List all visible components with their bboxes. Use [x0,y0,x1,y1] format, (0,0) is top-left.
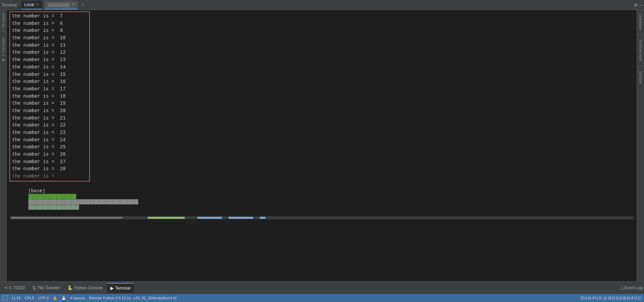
status-line-ending[interactable]: CRLF [25,296,35,300]
sidebar-remote-host[interactable]: Remote Host [639,37,643,64]
lock-icon: 🔒 [53,296,57,300]
bottom-toolbar: ≡ 6: TODO ⇅ File Transfer 🐍 Python Conso… [0,281,644,294]
terminal-line: the number is = 28 [10,165,89,173]
main-area: 7: Structure ★ 2: Favorites the number i… [0,10,644,281]
terminal-line: the number is = 24 [10,137,89,144]
sidebar-database[interactable]: Database [639,11,643,33]
settings-icon[interactable]: ⚙ [634,2,637,8]
tab-unnamed-close[interactable]: ✕ [71,2,74,7]
terminal-line: the number is = 7 [10,13,89,20]
tab-local[interactable]: Local ✕ [21,1,43,9]
sidebar-sciview[interactable]: SciView [639,68,643,87]
add-tab-button[interactable]: + [80,2,86,8]
status-encoding[interactable]: UTF-8 [38,296,49,300]
sidebar-favorites[interactable]: ★ 2: Favorites [1,35,6,65]
terminal-line: the number is = 11 [10,42,89,49]
left-sidebar: 7: Structure ★ 2: Favorites [0,10,7,281]
terminal-line: the number is = 10 [10,35,89,42]
terminal-line: the number is = 16 [10,78,89,86]
file-transfer-icon: ⇅ [32,285,36,290]
event-log-label[interactable]: △ Event Log [621,286,643,290]
status-indent[interactable]: 4 spaces [70,296,85,300]
terminal-scrollbar[interactable] [9,216,634,220]
terminal-line: the number is = [10,173,89,180]
terminal-line: the number is = 18 [10,93,89,100]
scrollbar-track[interactable] [11,217,633,219]
terminal-line: the number is = 9 [10,27,89,35]
top-bar-icons: ⚙ — [634,2,643,8]
todo-icon: ≡ [5,285,7,290]
status-time: 11:15 [11,296,21,300]
tab-local-close[interactable]: ✕ [36,2,39,7]
status-bar: 11:15 CRLF UTF-8 🔒 💾 4 spaces Remote Pyt… [0,294,644,302]
sidebar-structure[interactable]: 7: Structure [1,10,5,35]
scrollbar-thumb[interactable] [11,217,123,219]
tab-local-label: Local [24,2,34,7]
tab-todo[interactable]: ≡ 6: TODO [1,283,28,293]
tab-unnamed-label: ▓▓▓▓▓▓▓▓ [48,3,69,7]
terminal-line: the number is = 22 [10,122,89,129]
terminal-output-box: the number is = 7the number is = 8the nu… [9,11,90,182]
status-python-version: Remote Python 3.6.13 (si...y36_tf1_15/bi… [89,296,176,300]
scrollbar-thumb-4 [228,217,253,219]
terminal-line: the number is = 23 [10,129,89,137]
python-console-icon: 🐍 [67,285,73,290]
tab-todo-label: 6: TODO [9,286,25,290]
terminal-line: the number is = 15 [10,71,89,79]
terminal-line: the number is = 8 [10,20,89,28]
terminal-icon: ▶ [110,286,114,291]
terminal-content[interactable]: the number is = 7the number is = 8the nu… [7,10,637,281]
terminal-line: the number is = 12 [10,49,89,56]
scrollbar-thumb-2 [148,217,185,219]
terminal-line: the number is = 19 [10,100,89,107]
status-checkbox[interactable] [3,296,7,300]
scrollbar-thumb-3 [197,217,222,219]
terminal-line: the number is = 17 [10,86,89,93]
tab-python-console[interactable]: 🐍 Python Console [64,283,106,293]
tab-file-transfer[interactable]: ⇅ File Transfer [29,283,63,293]
tab-file-transfer-label: File Transfer [38,286,60,290]
terminal-line: the number is = 25 [10,144,89,151]
tab-terminal[interactable]: ▶ Terminal [107,283,134,293]
tab-python-console-label: Python Console [74,286,103,290]
terminal-line: the number is = 20 [10,107,89,115]
terminal-line: the number is = 13 [10,56,89,64]
top-bar: Terminal: Local ✕ ▓▓▓▓▓▓▓▓ ✕ + ⚙ — [0,0,644,10]
minimize-icon[interactable]: — [640,2,643,8]
status-watermark: 混合技术社区 @ 陈比实的新技术日记 [580,296,641,301]
right-sidebar: Database Remote Host SciView [637,10,644,281]
terminal-line: the number is = 14 [10,64,89,71]
mem-icon: 💾 [61,296,66,300]
base-prompt-line: (base) ▓▓▓▓▓▓▓▓▓▓▓▓▓▓▓▓▓ ▓▓▓▓▓▓▓▓▓▓▓▓▓▓▓… [9,182,634,216]
terminal-line: the number is = 26 [10,151,89,158]
tab-unnamed[interactable]: ▓▓▓▓▓▓▓▓ ✕ [44,1,77,9]
scrollbar-thumb-5 [260,217,266,219]
terminal-line: the number is = 27 [10,158,89,166]
tab-terminal-label: Terminal [115,286,130,291]
terminal-label: Terminal: [1,3,18,7]
terminal-line: the number is = 21 [10,115,89,122]
